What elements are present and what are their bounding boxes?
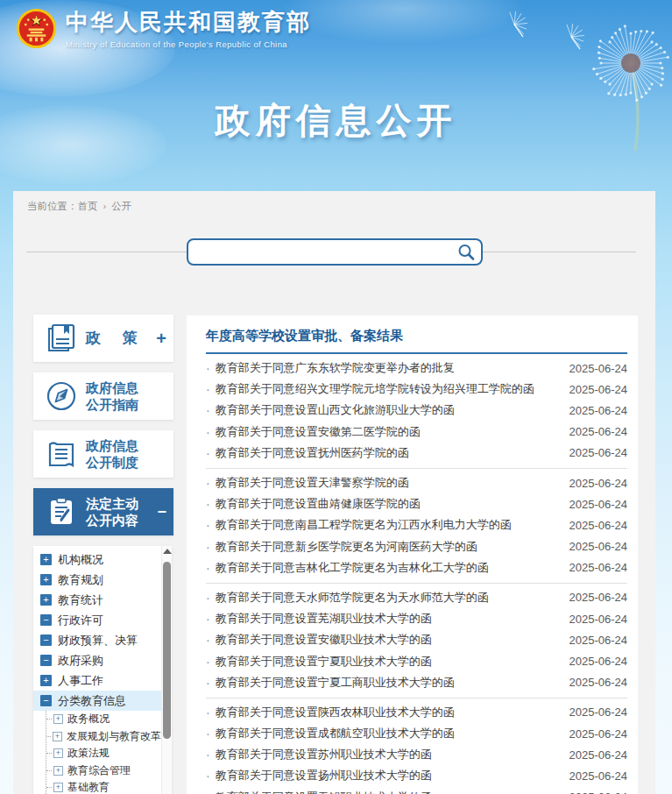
news-item-title[interactable]: 教育部关于同意天水师范学院更名为天水师范大学的函 (216, 590, 562, 606)
tree-expand-icon[interactable]: + (53, 748, 63, 758)
news-section: 年度高等学校设置审批、备案结果 ·教育部关于同意广东东软学院变更举办者的批复20… (187, 315, 638, 794)
tree-item-label: 行政许可 (58, 613, 103, 628)
news-item-date: 2025-06-24 (569, 362, 628, 375)
tree-collapse-icon[interactable]: − (40, 614, 52, 626)
search-input[interactable] (188, 240, 451, 264)
news-item-title[interactable]: 教育部关于同意设置安徽第二医学院的函 (216, 424, 562, 440)
news-group: ·教育部关于同意设置天津警察学院的函2025-06-24·教育部关于同意设置曲靖… (206, 468, 627, 583)
breadcrumb-home-link[interactable]: 首页 (78, 201, 98, 211)
news-item[interactable]: ·教育部关于同意设置宁夏工商职业技术大学的函2025-06-24 (206, 672, 627, 693)
news-item-title[interactable]: 教育部关于同意设置陕西农林职业技术大学的函 (216, 705, 562, 720)
expand-plus-icon[interactable]: + (156, 329, 166, 349)
news-item[interactable]: ·教育部关于同意设置天津警察学院的函2025-06-24 (206, 472, 627, 493)
news-item[interactable]: ·教育部关于同意设置陕西农林职业技术大学的函2025-06-24 (206, 702, 627, 723)
sidebar-item-policy[interactable]: 政 策 + (33, 315, 173, 362)
news-item-title[interactable]: 教育部关于同意广东东软学院变更举办者的批复 (216, 360, 562, 376)
news-item-title[interactable]: 教育部关于同意设置天津警察学院的函 (216, 475, 562, 491)
tree-subitem[interactable]: +政务概况 (46, 711, 161, 728)
tree-expand-icon[interactable]: + (40, 675, 52, 686)
tree-subitem[interactable]: +基础教育 (46, 779, 161, 794)
sidebar-item-statutory-disclosure[interactable]: 法定主动公开内容 − (33, 488, 173, 535)
news-item[interactable]: ·教育部关于同意设置抚州医药学院的函2025-06-24 (206, 443, 627, 464)
news-item[interactable]: ·教育部关于同意天水师范学院更名为天水师范大学的函2025-06-24 (206, 587, 627, 608)
news-item[interactable]: ·教育部关于同意设置苏州职业技术大学的函2025-06-24 (206, 744, 627, 765)
news-item-title[interactable]: 教育部关于同意设置成都航空职业技术大学的函 (216, 726, 562, 741)
news-item[interactable]: ·教育部关于同意绍兴文理学院元培学院转设为绍兴理工学院的函2025-06-24 (206, 379, 627, 400)
news-item-date: 2025-06-24 (569, 748, 628, 762)
bullet-icon: · (206, 591, 210, 605)
news-item[interactable]: ·教育部关于同意设置安徽职业技术大学的函2025-06-24 (206, 629, 627, 650)
tree-subitem[interactable]: +发展规划与教育改革 (46, 728, 161, 746)
tree-connector (46, 787, 52, 788)
news-item[interactable]: ·教育部关于同意南昌工程学院更名为江西水利电力大学的函2025-06-24 (206, 514, 627, 535)
tree-subitem-label: 教育综合管理 (67, 763, 131, 778)
news-item[interactable]: ·教育部关于同意设置宁夏职业技术大学的函2025-06-24 (206, 650, 627, 671)
news-item-title[interactable]: 教育部关于同意南昌工程学院更名为江西水利电力大学的函 (216, 517, 562, 533)
tree-item[interactable]: +机构概况 (33, 549, 161, 570)
category-tree: +机构概况+教育规划+教育统计−行政许可−财政预算、决算−政府采购+人事工作−分… (33, 546, 172, 794)
news-item-date: 2025-06-24 (569, 383, 628, 396)
news-item-date: 2025-06-24 (569, 477, 628, 490)
news-item-title[interactable]: 教育部关于同意新乡医学院更名为河南医药大学的函 (216, 539, 562, 555)
news-item[interactable]: ·教育部关于同意设置无锡职业技术大学的函2025-06-24 (206, 787, 627, 794)
tree-subitem-label: 政策法规 (67, 746, 110, 761)
tree-expand-icon[interactable]: + (53, 732, 62, 741)
news-item-title[interactable]: 教育部关于同意设置宁夏职业技术大学的函 (216, 654, 562, 670)
bullet-icon: · (206, 518, 210, 532)
tree-item-label: 政府采购 (58, 653, 103, 669)
news-item[interactable]: ·教育部关于同意设置曲靖健康医学院的函2025-06-24 (206, 493, 627, 514)
news-item-title[interactable]: 教育部关于同意设置无锡职业技术大学的函 (216, 790, 562, 794)
tree-item[interactable]: +教育统计 (33, 590, 161, 610)
news-item-title[interactable]: 教育部关于同意设置宁夏工商职业技术大学的函 (216, 675, 562, 691)
tree-item[interactable]: +教育规划 (33, 570, 161, 590)
bullet-icon: · (206, 612, 210, 626)
news-item-title[interactable]: 教育部关于同意设置苏州职业技术大学的函 (216, 747, 562, 762)
scroll-up-arrow-icon[interactable] (163, 549, 172, 554)
tree-expand-icon[interactable]: + (53, 766, 63, 776)
tree-collapse-icon[interactable]: − (40, 695, 52, 706)
search-icon[interactable] (451, 243, 481, 262)
bullet-icon: · (206, 561, 210, 575)
news-item[interactable]: ·教育部关于同意设置扬州职业技术大学的函2025-06-24 (206, 765, 627, 786)
tree-item[interactable]: +人事工作 (33, 670, 161, 691)
news-item-title[interactable]: 教育部关于同意设置曲靖健康医学院的函 (216, 496, 562, 512)
news-item-date: 2025-06-24 (569, 705, 628, 719)
cloud-decoration (280, 0, 526, 44)
news-item-title[interactable]: 教育部关于同意绍兴文理学院元培学院转设为绍兴理工学院的函 (216, 381, 562, 397)
sidebar-item-disclosure-guide[interactable]: 政府信息公开指南 (33, 372, 173, 420)
news-item-title[interactable]: 教育部关于同意设置山西文化旅游职业大学的函 (216, 402, 562, 418)
news-item-title[interactable]: 教育部关于同意设置抚州医药学院的函 (216, 445, 562, 461)
tree-subitem[interactable]: +政策法规 (46, 745, 161, 762)
tree-connector (46, 770, 52, 771)
news-item[interactable]: ·教育部关于同意设置成都航空职业技术大学的函2025-06-24 (206, 723, 627, 744)
news-item-title[interactable]: 教育部关于同意设置芜湖职业技术大学的函 (216, 611, 562, 627)
tree-scrollbar[interactable] (161, 546, 172, 794)
tree-expand-icon[interactable]: + (40, 574, 52, 585)
news-item-date: 2025-06-24 (569, 676, 628, 689)
sidebar-item-label: 政 策 (86, 329, 146, 348)
tree-item[interactable]: −行政许可 (33, 610, 161, 630)
tree-collapse-icon[interactable]: − (40, 655, 52, 666)
news-item[interactable]: ·教育部关于同意设置安徽第二医学院的函2025-06-24 (206, 422, 627, 443)
news-item[interactable]: ·教育部关于同意吉林化工学院更名为吉林化工大学的函2025-06-24 (206, 557, 627, 578)
news-item-title[interactable]: 教育部关于同意吉林化工学院更名为吉林化工大学的函 (216, 560, 562, 576)
breadcrumb: 当前位置：首页›公开 (27, 200, 131, 213)
tree-collapse-icon[interactable]: − (40, 634, 52, 646)
news-item[interactable]: ·教育部关于同意新乡医学院更名为河南医药大学的函2025-06-24 (206, 536, 627, 557)
tree-item[interactable]: −政府采购 (33, 650, 161, 670)
news-item[interactable]: ·教育部关于同意设置芜湖职业技术大学的函2025-06-24 (206, 608, 627, 629)
tree-item[interactable]: −财政预算、决算 (33, 630, 161, 650)
tree-expand-icon[interactable]: + (53, 714, 63, 724)
tree-expand-icon[interactable]: + (40, 554, 52, 565)
tree-expand-icon[interactable]: + (40, 594, 52, 606)
news-item-title[interactable]: 教育部关于同意设置扬州职业技术大学的函 (216, 768, 562, 783)
tree-expand-icon[interactable]: + (53, 783, 63, 792)
sidebar-item-disclosure-rules[interactable]: 政府信息公开制度 (33, 430, 173, 478)
scrollbar-thumb[interactable] (163, 562, 171, 739)
news-item[interactable]: ·教育部关于同意设置山西文化旅游职业大学的函2025-06-24 (206, 400, 627, 421)
news-item-title[interactable]: 教育部关于同意设置安徽职业技术大学的函 (216, 632, 562, 648)
tree-item[interactable]: −分类教育信息 (33, 691, 161, 711)
news-item[interactable]: ·教育部关于同意广东东软学院变更举办者的批复2025-06-24 (206, 358, 627, 379)
tree-subitem[interactable]: +教育综合管理 (46, 762, 161, 780)
collapse-minus-icon[interactable]: − (157, 503, 166, 521)
